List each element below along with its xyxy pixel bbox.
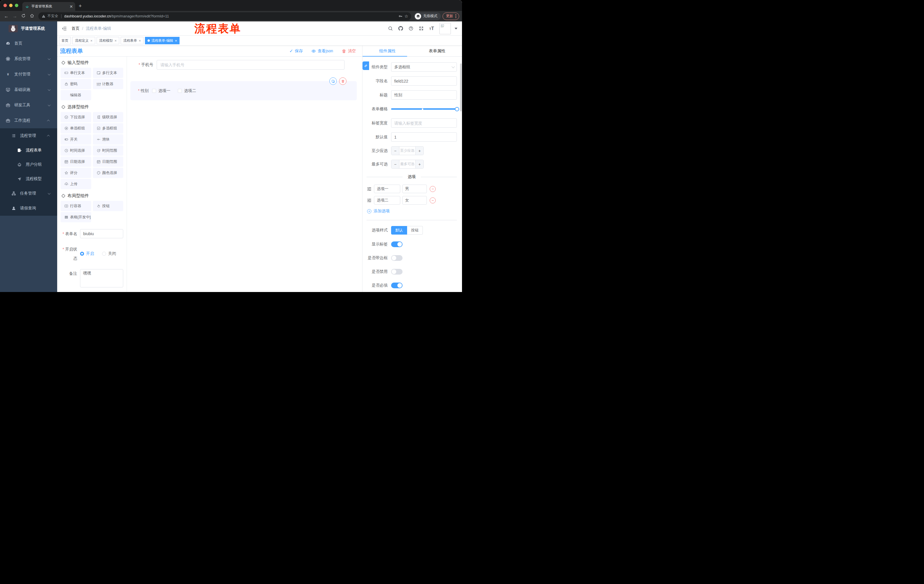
phone-input[interactable] [157, 60, 345, 70]
status-off-radio[interactable]: 关闭 [102, 251, 116, 256]
stepper-plus-button[interactable]: + [416, 146, 423, 155]
toggle-是否禁用[interactable] [391, 269, 403, 275]
panel-scrollbar[interactable] [460, 63, 462, 112]
delete-component-button[interactable] [339, 77, 346, 85]
clear-button[interactable]: 清空 [342, 49, 356, 54]
palette-item-多选框组[interactable]: 多选框组 [93, 123, 124, 133]
option-name-input[interactable] [374, 196, 400, 204]
tag-close-icon[interactable]: × [90, 39, 92, 43]
palette-item-级联选择[interactable]: 级联选择 [93, 112, 124, 122]
not-secure-label[interactable]: 不安全 [48, 14, 58, 18]
sidebar-item-流程模型[interactable]: 流程模型 [0, 172, 57, 186]
palette-item-单行文本[interactable]: 单行文本 [61, 68, 91, 78]
tab-form-props[interactable]: 表单属性 [412, 46, 462, 56]
browser-menu-dots-icon[interactable] [455, 14, 456, 18]
checkbox-icon[interactable] [152, 89, 156, 93]
checkbox-icon[interactable] [178, 89, 182, 93]
tab-component-props[interactable]: 组件属性 [363, 46, 412, 56]
form-name-input[interactable] [80, 229, 123, 238]
fullscreen-icon[interactable] [419, 26, 424, 31]
tag-流程定义[interactable]: 流程定义× [72, 37, 95, 44]
palette-item-计数器[interactable]: 123计数器 [93, 79, 124, 89]
font-size-icon[interactable]: TT [429, 26, 434, 31]
option-style-按钮[interactable]: 按钮 [407, 226, 423, 235]
option-value-input[interactable] [402, 196, 427, 204]
palette-item-评分[interactable]: 评分 [61, 168, 91, 178]
tab-close-icon[interactable]: ✕ [69, 5, 73, 8]
palette-item-单选框组[interactable]: 单选框组 [61, 123, 91, 133]
drag-handle-icon[interactable] [366, 186, 372, 192]
palette-item-时间选择[interactable]: 时间选择 [61, 145, 91, 156]
field-name-input[interactable] [391, 76, 457, 86]
view-json-button[interactable]: 查看json [311, 49, 333, 54]
toggle-是否必填[interactable] [391, 283, 403, 288]
max-select-stepper[interactable]: − 最多可选 + [391, 160, 424, 169]
tag-首页[interactable]: 首页 [59, 37, 71, 44]
affix-link-button[interactable] [363, 61, 369, 70]
tag-流程表单-编辑[interactable]: 流程表单-编辑× [145, 37, 180, 44]
sidebar-logo-row[interactable]: 芋道管理系统 [0, 21, 57, 36]
default-value-input[interactable] [391, 132, 457, 142]
bookmark-star-icon[interactable]: ☆ [404, 14, 408, 19]
component-type-select[interactable]: 多选框组 [391, 62, 457, 72]
canvas-field-phone[interactable]: 手机号 [130, 60, 357, 70]
toggle-是否带边框[interactable] [391, 255, 403, 261]
duplicate-component-button[interactable] [329, 77, 337, 85]
sidebar-item-用户分组[interactable]: 用户分组 [0, 158, 57, 172]
sidebar-item-系统管理[interactable]: 系统管理 [0, 51, 57, 67]
url-text[interactable]: dashboard.yudao.iocoder.cn/bpm/manager/f… [64, 14, 396, 18]
option-style-默认[interactable]: 默认 [391, 226, 407, 235]
stepper-plus-button[interactable]: + [416, 160, 423, 168]
palette-item-下拉选择[interactable]: 下拉选择 [61, 112, 91, 122]
palette-item-行容器[interactable]: 行容器 [61, 201, 91, 211]
drag-handle-icon[interactable] [366, 198, 372, 203]
add-option-button[interactable]: + 添加选项 [363, 209, 457, 214]
status-on-radio[interactable]: 开启 [80, 251, 94, 256]
option-value-input[interactable] [402, 184, 427, 193]
palette-item-按钮[interactable]: 按钮 [93, 201, 124, 211]
remove-option-button[interactable]: − [430, 197, 436, 204]
palette-item-多行文本[interactable]: 多行文本 [93, 68, 124, 78]
palette-item-日期选择[interactable]: 日期选择 [61, 156, 91, 167]
minimize-window-button[interactable] [9, 4, 13, 7]
url-address-bar[interactable]: 不安全 dashboard.yudao.iocoder.cn/bpm/manag… [38, 12, 411, 20]
slider-handle[interactable] [455, 107, 459, 111]
canvas-field-gender-selected[interactable]: 性别 选项一选项二 [130, 81, 357, 100]
search-icon[interactable] [388, 26, 393, 31]
new-tab-button[interactable]: + [79, 3, 82, 9]
palette-item-日期范围[interactable]: 日期范围 [93, 156, 124, 167]
remark-textarea[interactable]: 嘿嘿 [80, 269, 123, 288]
palette-item-滑块[interactable]: 滑块 [93, 134, 124, 145]
avatar-caret-icon[interactable] [455, 28, 457, 30]
min-select-stepper[interactable]: − 至少应选 + [391, 146, 424, 155]
password-key-icon[interactable] [398, 14, 403, 18]
form-grid-slider[interactable] [391, 104, 457, 114]
sidebar-item-工作流程[interactable]: 工作流程 [0, 113, 57, 128]
stepper-minus-button[interactable]: − [391, 160, 399, 168]
label-width-input[interactable] [391, 118, 457, 128]
close-window-button[interactable] [3, 4, 7, 7]
sidebar-item-基础设施[interactable]: 基础设施 [0, 82, 57, 97]
avatar-broken-image[interactable] [439, 23, 451, 34]
maximize-window-button[interactable] [15, 4, 18, 7]
reload-button[interactable] [20, 13, 27, 19]
tag-close-icon[interactable]: × [139, 39, 141, 43]
home-button[interactable] [29, 13, 35, 19]
breadcrumb-home[interactable]: 首页 [71, 26, 79, 31]
tag-close-icon[interactable]: × [175, 39, 177, 43]
checkbox-option-选项二[interactable]: 选项二 [178, 88, 196, 94]
github-icon[interactable] [398, 26, 403, 31]
help-icon[interactable] [409, 26, 413, 31]
tag-流程模型[interactable]: 流程模型× [97, 37, 119, 44]
back-button[interactable]: ← [3, 14, 10, 19]
tag-流程表单[interactable]: 流程表单× [120, 37, 144, 44]
palette-item-表格[开发中][interactable]: 表格[开发中] [61, 212, 91, 222]
palette-item-上传[interactable]: 上传 [61, 179, 91, 189]
browser-update-button[interactable]: 更新 [442, 13, 459, 20]
sidebar-item-请假查询[interactable]: 请假查询 [0, 201, 57, 216]
option-name-input[interactable] [374, 184, 400, 193]
sidebar-fold-icon[interactable] [62, 26, 67, 31]
save-button[interactable]: ✓ 保存 [289, 48, 303, 54]
tag-close-icon[interactable]: × [115, 39, 117, 43]
macos-window-controls[interactable] [0, 0, 22, 11]
